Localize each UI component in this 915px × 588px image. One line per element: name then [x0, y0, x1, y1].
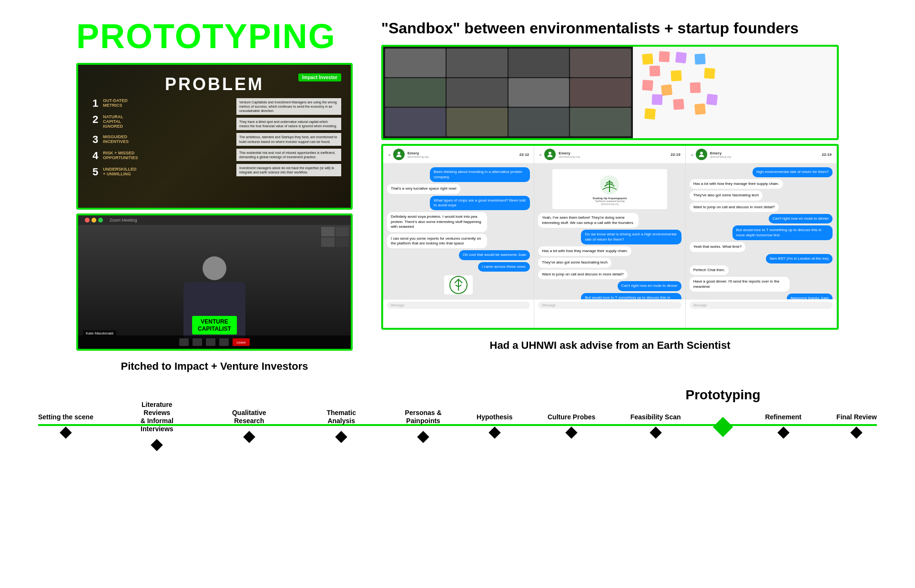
- svg-point-2: [549, 152, 552, 155]
- timeline-diamond: [565, 427, 577, 439]
- chat-bubble: Do we know what is driving such a high e…: [581, 230, 681, 244]
- chat-contact-name-2: Emery: [559, 151, 580, 155]
- vc-badge: VENTURECAPITALIST: [192, 316, 237, 335]
- chat-panel-2: ◀ Emery @emeracing.org 22:19: [534, 146, 685, 328]
- chat-bubble: They've also got some fascinating tech: [690, 191, 763, 200]
- sticky-note: [661, 84, 672, 96]
- page-wrapper: PROTOTYPING PROBLEM Impact Investor 1 OU…: [0, 0, 915, 588]
- timeline-item-literature: Literature Reviews& Informal Interviews: [128, 401, 185, 449]
- problem-item-5: 5 UNDERSKILLED+ UNWILLING: [92, 167, 138, 177]
- para-2: They have a blind spot and undervalue na…: [236, 118, 341, 130]
- video-btn[interactable]: [193, 338, 202, 346]
- zoom-call-area: Zoom Meeting: [78, 215, 351, 349]
- right-images-grid: ◀ Emery @emeracing.org 22:12 Been thi: [381, 45, 839, 352]
- chat-bubble: What types of crops are a good investmen…: [430, 196, 530, 211]
- mic-btn[interactable]: [179, 338, 189, 346]
- problem-label: UNDERSKILLED+ UNWILLING: [103, 167, 137, 176]
- chat-avatar-2: [544, 149, 556, 160]
- message-input-3[interactable]: Message: [690, 302, 833, 309]
- sticky-note: [659, 51, 670, 62]
- video-cell: [385, 78, 446, 107]
- problem-num: 1: [92, 98, 100, 109]
- chat-footer-2: Message: [534, 299, 685, 328]
- chat-bubble: Yeah that works. What time?: [690, 242, 746, 252]
- leave-btn[interactable]: Leave: [233, 338, 250, 346]
- video-cell: [570, 108, 630, 136]
- problem-label: OUT-DATEDMETRICS: [103, 98, 128, 108]
- chat-bubble: Has a lot with how they manage their sup…: [538, 246, 631, 256]
- zoom-video: VENTURECAPITALIST Kate: [78, 225, 351, 349]
- thumb: [321, 237, 335, 247]
- zoom-call-box: Zoom Meeting: [76, 213, 353, 351]
- sticky-note: [673, 99, 684, 110]
- chat-bubble: I can send you some reports for ventures…: [387, 234, 487, 249]
- zoom-content: VENTURECAPITALIST Kate: [78, 225, 351, 349]
- sticky-note: [690, 82, 701, 93]
- chat-contact-sub-3: @emeracing.org: [710, 155, 731, 158]
- thumb: [321, 227, 335, 236]
- timeline-label: Hypothesis: [477, 413, 512, 421]
- timeline-diamond-active: [713, 417, 733, 437]
- close-dot: [85, 218, 90, 223]
- problem-label: MISGUIDEDINCENTIVES: [103, 134, 129, 144]
- asparagopsis-icon: [595, 173, 624, 197]
- message-input-1[interactable]: Message: [387, 302, 530, 309]
- timeline-diamond: [417, 431, 429, 443]
- chat-contact-name-3: Emery: [710, 151, 731, 155]
- problem-slide-box: PROBLEM Impact Investor 1 OUT-DATEDMETRI…: [76, 63, 353, 210]
- timeline-label: Literature Reviews& Informal Interviews: [128, 401, 185, 433]
- chat-bubble: 9am BST (I'm in London at the mo): [766, 254, 833, 264]
- timeline-diamond: [851, 427, 863, 439]
- problem-num: 3: [92, 134, 100, 145]
- timeline-item-qualitative: Qualitative Research: [221, 409, 278, 441]
- video-cell: [570, 78, 630, 107]
- problem-num: 5: [92, 167, 100, 177]
- para-4: This existential risk and cost of missed…: [236, 149, 341, 161]
- chat-body-1: Been thinking about investing in a alter…: [383, 163, 534, 299]
- problem-label: NATURALCAPITALIGNORED: [103, 114, 123, 129]
- timeline-item-feasibility: Feasibility Scan: [630, 413, 681, 437]
- asparagopsis-card: Scaling Up Asparagopsis Taxiformis seawe…: [552, 169, 667, 209]
- chat-body-2: Scaling Up Asparagopsis Taxiformis seawe…: [534, 163, 685, 299]
- problem-item-1: 1 OUT-DATEDMETRICS: [92, 98, 138, 109]
- problem-num: 4: [92, 151, 100, 161]
- minimize-dot: [92, 218, 96, 223]
- video-cell: [447, 49, 507, 77]
- chat-bubble: Can't right now en route to dinner: [618, 281, 681, 291]
- zoom-controls: Leave: [78, 335, 351, 349]
- thumb: [336, 227, 349, 236]
- window-controls: [82, 216, 106, 224]
- chat-contact-sub: @emeracing.org: [407, 155, 428, 158]
- timeline-label: Final Review: [836, 413, 877, 421]
- left-images: PROBLEM Impact Investor 1 OUT-DATEDMETRI…: [76, 63, 353, 373]
- timeline-item-hypothesis: Hypothesis: [477, 413, 512, 437]
- svg-point-4: [700, 152, 703, 155]
- timeline-item-refinement: Refinement: [765, 413, 801, 437]
- left-column: PROTOTYPING PROBLEM Impact Investor 1 OU…: [76, 19, 353, 373]
- left-caption: Pitched to Impact + Venture Investors: [76, 360, 353, 373]
- prototyping-title: PROTOTYPING: [76, 19, 353, 53]
- chat-time-2: 22:19: [671, 152, 680, 157]
- chat-footer-1: Message: [383, 299, 534, 328]
- chat-logo: [444, 275, 473, 294]
- chat-bubble: Want to jump on call and discuss in more…: [690, 203, 779, 212]
- chat-panels-row: ◀ Emery @emeracing.org 22:12 Been thi: [381, 144, 839, 330]
- timeline-diamond: [60, 427, 71, 439]
- chat-btn[interactable]: [219, 338, 229, 346]
- sticky-note: [704, 68, 715, 79]
- video-grid: [383, 47, 633, 138]
- participants-btn[interactable]: [206, 338, 215, 346]
- video-cell: [508, 108, 569, 136]
- message-input-2[interactable]: Message: [538, 302, 681, 309]
- timeline-track: Setting the scene Literature Reviews& In…: [38, 396, 877, 454]
- timeline-diamond: [243, 431, 255, 443]
- timeline-diamond: [335, 431, 347, 443]
- svg-point-0: [397, 152, 400, 155]
- sticky-note: [694, 54, 705, 65]
- video-cell: [385, 108, 446, 136]
- para-5: Investment managers alone do not have th…: [236, 164, 341, 176]
- timeline-section: Setting the scene Literature Reviews& In…: [0, 382, 915, 473]
- sticky-note: [649, 66, 660, 77]
- zoom-bar: Zoom Meeting: [78, 215, 351, 225]
- chat-bubble: high environmental rate of return for th…: [752, 167, 833, 177]
